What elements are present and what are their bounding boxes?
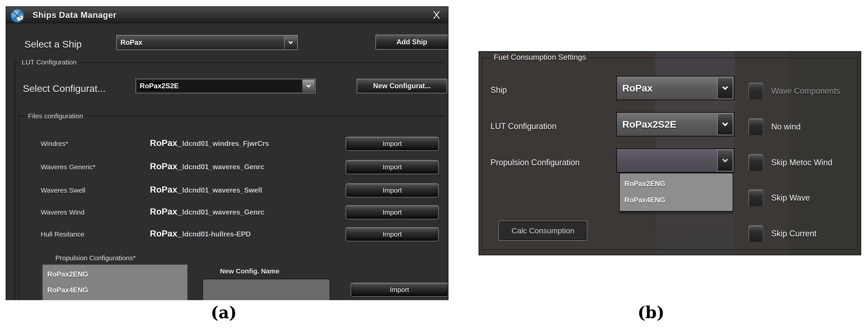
close-icon[interactable]: X <box>433 9 440 22</box>
wave-components-checkbox[interactable] <box>748 83 763 100</box>
ship-dropdown[interactable]: RoPax <box>616 76 735 100</box>
no-wind-checkbox[interactable] <box>748 118 763 136</box>
skip-metoc-wind-checkbox[interactable] <box>748 154 763 171</box>
file-row-label: Waveres Wind <box>41 209 85 216</box>
lut-configuration-value: RoPax2S2E <box>622 113 676 136</box>
no-wind-label: No wind <box>771 122 801 132</box>
file-row-label: Waveres Generic* <box>41 163 95 171</box>
file-row-filename: RoPax_ldcnd01_waveres_Genrc <box>150 161 265 171</box>
add-ship-button[interactable]: Add Ship <box>375 35 448 50</box>
lut-configuration-label: LUT Configuration <box>491 121 557 131</box>
file-row-label: Windres* <box>41 140 68 147</box>
skip-metoc-wind-label: Skip Metoc Wind <box>771 158 832 167</box>
propulsion-dropdown-list: RoPax2ENG RoPax4ENG <box>619 173 733 212</box>
caption-b: (b) <box>638 303 664 322</box>
new-configuration-button[interactable]: New Configurat... <box>357 79 447 93</box>
configuration-select-dropdown[interactable]: RoPax2S2E <box>135 79 315 93</box>
lut-configuration-dropdown[interactable]: RoPax2S2E <box>616 112 735 136</box>
select-ship-label: Select a Ship <box>24 39 82 50</box>
title-bar[interactable]: Ships Data Manager X <box>6 7 448 23</box>
select-configuration-label: Select Configurat... <box>23 83 105 94</box>
calc-consumption-button[interactable]: Calc Consumption <box>499 221 587 241</box>
chevron-down-icon[interactable] <box>302 80 315 92</box>
dropdown-option[interactable]: RoPax2ENG <box>620 180 733 188</box>
wave-components-label: Wave Components <box>771 86 840 96</box>
list-item[interactable]: RoPax4ENG <box>43 286 187 294</box>
list-item[interactable]: RoPax2ENG <box>43 270 187 278</box>
file-row-label: Waveres Swell <box>41 187 85 194</box>
chevron-down-icon[interactable] <box>717 77 733 99</box>
ship-select-value: RoPax <box>121 35 142 50</box>
ships-data-manager-window: Ships Data Manager X Select a Ship RoPax… <box>6 6 448 300</box>
import-waveres-generic-button[interactable]: Import <box>346 160 439 174</box>
caption-a: (a) <box>211 303 237 322</box>
ship-select-dropdown[interactable]: RoPax <box>116 35 298 50</box>
skip-wave-checkbox[interactable] <box>748 189 763 207</box>
chevron-down-icon[interactable] <box>717 149 733 171</box>
window-title: Ships Data Manager <box>33 7 117 23</box>
skip-wave-label: Skip Wave <box>771 193 810 202</box>
app-logo-icon <box>10 8 25 23</box>
import-propulsion-button[interactable]: Import <box>350 283 448 297</box>
ship-label: Ship <box>491 85 507 95</box>
new-config-name-label: New Config. Name <box>220 267 279 275</box>
new-config-name-input[interactable] <box>202 279 330 300</box>
import-hull-resistance-button[interactable]: Import <box>346 227 439 241</box>
file-row-filename: RoPax_ldcnd01_windres_FjwrCrs <box>150 138 269 148</box>
skip-current-label: Skip Current <box>771 229 816 238</box>
chevron-down-icon[interactable] <box>284 36 297 49</box>
ship-dropdown-value: RoPax <box>622 77 653 100</box>
import-windres-button[interactable]: Import <box>346 137 439 151</box>
chevron-down-icon[interactable] <box>717 113 733 135</box>
fuel-consumption-settings-panel: Fuel Consumption Settings Ship RoPax LUT… <box>478 51 861 255</box>
file-row-filename: RoPax_ldcnd01-hullres-EPD <box>150 229 251 239</box>
screen: Ships Data Manager X Select a Ship RoPax… <box>0 0 868 328</box>
file-row-label: Hull Resitance <box>41 230 84 238</box>
propulsion-configurations-label: Propulsion Configurations* <box>55 254 135 262</box>
fuel-consumption-settings-title: Fuel Consumption Settings <box>491 53 589 61</box>
lut-configuration-group-title: LUT Configuration <box>19 58 79 66</box>
import-waveres-swell-button[interactable]: Import <box>346 183 439 197</box>
propulsion-configurations-list: RoPax2ENG RoPax4ENG <box>42 264 188 300</box>
propulsion-configuration-dropdown[interactable] <box>616 148 735 173</box>
file-row-filename: RoPax_ldcnd01_waveres_Genrc <box>150 207 265 217</box>
dropdown-option[interactable]: RoPax4ENG <box>620 196 733 204</box>
files-configuration-group-title: Files configuration <box>25 112 86 120</box>
import-waveres-wind-button[interactable]: Import <box>346 205 439 219</box>
file-row-filename: RoPax_ldcnd01_waveres_Swell <box>150 185 262 195</box>
propulsion-configuration-label: Propulsion Configuration <box>491 158 580 167</box>
configuration-select-value: RoPax2S2E <box>140 79 179 93</box>
skip-current-checkbox[interactable] <box>748 225 763 242</box>
